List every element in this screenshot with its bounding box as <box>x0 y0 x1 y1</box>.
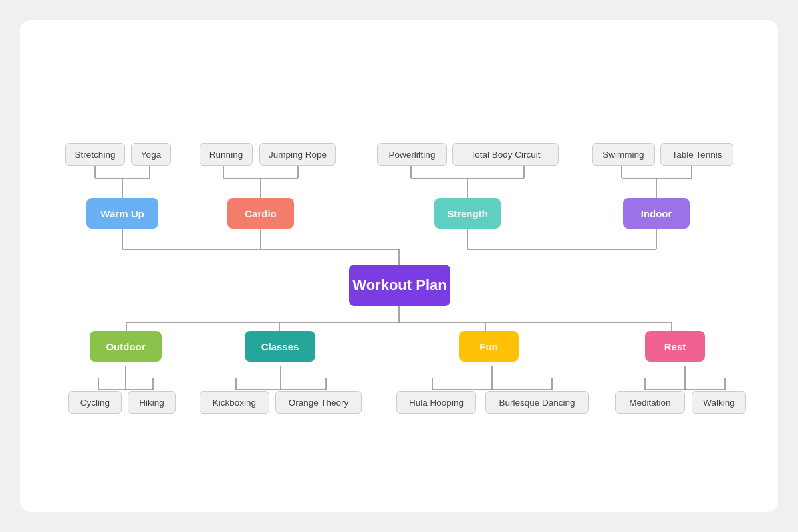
leaf-hiking: Hiking <box>128 391 176 414</box>
strength-node: Strength <box>434 198 501 229</box>
leaf-yoga: Yoga <box>131 143 171 166</box>
leaf-powerlifting: Powerlifting <box>377 143 447 166</box>
outdoor-node: Outdoor <box>90 331 162 362</box>
leaf-jumping-rope: Jumping Rope <box>259 143 336 166</box>
workout-plan-node: Workout Plan <box>349 265 450 306</box>
fun-node: Fun <box>459 331 519 362</box>
rest-node: Rest <box>645 331 705 362</box>
leaf-table-tennis: Table Tennis <box>660 143 733 166</box>
leaf-swimming: Swimming <box>592 143 655 166</box>
classes-node: Classes <box>245 331 315 362</box>
leaf-burlesque: Burlesque Dancing <box>485 391 589 414</box>
leaf-total-body: Total Body Circuit <box>452 143 559 166</box>
leaf-meditation: Meditation <box>615 391 685 414</box>
leaf-orange-theory: Orange Theory <box>275 391 362 414</box>
leaf-running: Running <box>200 143 253 166</box>
leaf-stretching: Stretching <box>65 143 125 166</box>
diagram-container: Stretching Yoga Running Jumping Rope Pow… <box>20 20 778 512</box>
indoor-node: Indoor <box>623 198 690 229</box>
warm-up-node: Warm Up <box>86 198 158 229</box>
leaf-hula-hooping: Hula Hooping <box>396 391 476 414</box>
cardio-node: Cardio <box>227 198 294 229</box>
leaf-walking: Walking <box>692 391 746 414</box>
leaf-kickboxing: Kickboxing <box>200 391 269 414</box>
leaf-cycling: Cycling <box>68 391 122 414</box>
